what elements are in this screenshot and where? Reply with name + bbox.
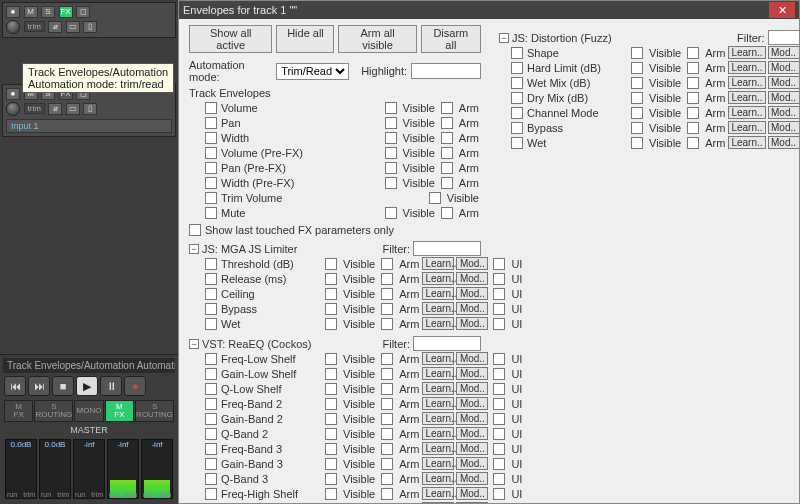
param-visible-checkbox[interactable]: [325, 383, 337, 395]
param-enable-checkbox[interactable]: [511, 62, 523, 74]
learn-button[interactable]: Learn..: [728, 121, 765, 134]
param-visible-checkbox[interactable]: [325, 503, 337, 504]
pan-dial[interactable]: [6, 20, 20, 34]
param-visible-checkbox[interactable]: [325, 288, 337, 300]
io-button[interactable]: ▯: [83, 103, 97, 115]
hide-all-button[interactable]: Hide all: [276, 25, 334, 53]
learn-button[interactable]: Learn..: [422, 287, 454, 300]
mod-button[interactable]: Mod..: [456, 382, 488, 395]
env-arm-checkbox[interactable]: [441, 162, 453, 174]
meter-4[interactable]: -inf runtrim: [107, 439, 139, 499]
learn-button[interactable]: Learn..: [728, 136, 765, 149]
learn-button[interactable]: Learn..: [728, 91, 765, 104]
env-arm-checkbox[interactable]: [441, 132, 453, 144]
env-enable-checkbox[interactable]: [205, 192, 217, 204]
param-arm-checkbox[interactable]: [381, 273, 393, 285]
param-arm-checkbox[interactable]: [687, 62, 699, 74]
param-arm-checkbox[interactable]: [381, 413, 393, 425]
highlight-input[interactable]: [411, 63, 481, 79]
mod-button[interactable]: Mod..: [456, 317, 488, 330]
param-enable-checkbox[interactable]: [205, 353, 217, 365]
learn-button[interactable]: Learn..: [422, 382, 454, 395]
env-enable-checkbox[interactable]: [205, 102, 217, 114]
learn-button[interactable]: Learn..: [422, 502, 454, 503]
param-enable-checkbox[interactable]: [205, 488, 217, 500]
env-arm-checkbox[interactable]: [441, 207, 453, 219]
arm-all-visible-button[interactable]: Arm all visible: [338, 25, 416, 53]
param-visible-checkbox[interactable]: [631, 107, 643, 119]
learn-button[interactable]: Learn..: [728, 61, 765, 74]
filter-input[interactable]: [413, 336, 481, 351]
param-arm-checkbox[interactable]: [381, 473, 393, 485]
env-visible-checkbox[interactable]: [385, 117, 397, 129]
param-enable-checkbox[interactable]: [205, 428, 217, 440]
param-visible-checkbox[interactable]: [325, 368, 337, 380]
env-enable-checkbox[interactable]: [205, 132, 217, 144]
param-arm-checkbox[interactable]: [381, 383, 393, 395]
param-enable-checkbox[interactable]: [511, 77, 523, 89]
param-enable-checkbox[interactable]: [205, 458, 217, 470]
learn-button[interactable]: Learn..: [422, 257, 454, 270]
param-visible-checkbox[interactable]: [325, 258, 337, 270]
automation-mode-select[interactable]: Trim/Read: [276, 63, 349, 80]
mod-button[interactable]: Mod..: [456, 412, 488, 425]
collapse-icon[interactable]: −: [499, 33, 509, 43]
pan-dial[interactable]: [6, 102, 20, 116]
param-visible-checkbox[interactable]: [631, 137, 643, 149]
fx-button[interactable]: FX: [59, 6, 73, 18]
param-enable-checkbox[interactable]: [205, 273, 217, 285]
param-arm-checkbox[interactable]: [687, 122, 699, 134]
param-enable-checkbox[interactable]: [205, 288, 217, 300]
param-enable-checkbox[interactable]: [205, 443, 217, 455]
mod-button[interactable]: Mod..: [768, 121, 799, 134]
meter-2[interactable]: 0.0dB runtrim: [39, 439, 71, 499]
learn-button[interactable]: Learn..: [422, 427, 454, 440]
mod-button[interactable]: Mod..: [456, 472, 488, 485]
filter-input[interactable]: [413, 241, 481, 256]
learn-button[interactable]: Learn..: [422, 317, 454, 330]
mod-button[interactable]: Mod..: [768, 136, 799, 149]
param-arm-checkbox[interactable]: [381, 303, 393, 315]
param-arm-checkbox[interactable]: [381, 398, 393, 410]
show-all-active-button[interactable]: Show all active: [189, 25, 272, 53]
param-visible-checkbox[interactable]: [325, 488, 337, 500]
learn-button[interactable]: Learn..: [422, 487, 454, 500]
param-enable-checkbox[interactable]: [205, 383, 217, 395]
env-enable-checkbox[interactable]: [205, 177, 217, 189]
learn-button[interactable]: Learn..: [422, 472, 454, 485]
meter-1[interactable]: 0.0dB runtrim: [5, 439, 37, 499]
mod-button[interactable]: Mod..: [768, 91, 799, 104]
master-routing-cell[interactable]: SROUTING: [34, 400, 73, 422]
disarm-all-button[interactable]: Disarm all: [421, 25, 481, 53]
param-visible-checkbox[interactable]: [325, 473, 337, 485]
trim-mode-button[interactable]: trim: [24, 21, 45, 32]
phase-button[interactable]: ø: [48, 21, 62, 33]
track-input-dropdown[interactable]: Input 1: [6, 119, 172, 133]
mod-button[interactable]: Mod..: [768, 61, 799, 74]
learn-button[interactable]: Learn..: [422, 457, 454, 470]
param-enable-checkbox[interactable]: [511, 92, 523, 104]
master-routing2-cell[interactable]: SROUTING: [135, 400, 174, 422]
learn-button[interactable]: Learn..: [422, 442, 454, 455]
param-arm-checkbox[interactable]: [381, 258, 393, 270]
learn-button[interactable]: Learn..: [422, 412, 454, 425]
param-visible-checkbox[interactable]: [631, 92, 643, 104]
show-last-touched-checkbox[interactable]: [189, 224, 201, 236]
master-mono-cell[interactable]: MONO: [74, 400, 103, 422]
learn-button[interactable]: Learn..: [422, 302, 454, 315]
param-visible-checkbox[interactable]: [325, 318, 337, 330]
mod-button[interactable]: Mod..: [456, 302, 488, 315]
close-button[interactable]: ✕: [769, 2, 795, 18]
param-enable-checkbox[interactable]: [205, 303, 217, 315]
param-visible-checkbox[interactable]: [325, 398, 337, 410]
learn-button[interactable]: Learn..: [728, 46, 765, 59]
fx-header[interactable]: −JS: Distortion (Fuzz)Filter:: [499, 30, 799, 45]
param-enable-checkbox[interactable]: [511, 47, 523, 59]
trim-mode-button[interactable]: trim: [24, 103, 45, 114]
master-fx2-cell[interactable]: MFX: [105, 400, 134, 422]
master-fx-cell[interactable]: MFX: [4, 400, 33, 422]
filter-input[interactable]: [768, 30, 799, 45]
param-arm-checkbox[interactable]: [687, 77, 699, 89]
mod-button[interactable]: Mod..: [456, 257, 488, 270]
param-visible-checkbox[interactable]: [325, 353, 337, 365]
